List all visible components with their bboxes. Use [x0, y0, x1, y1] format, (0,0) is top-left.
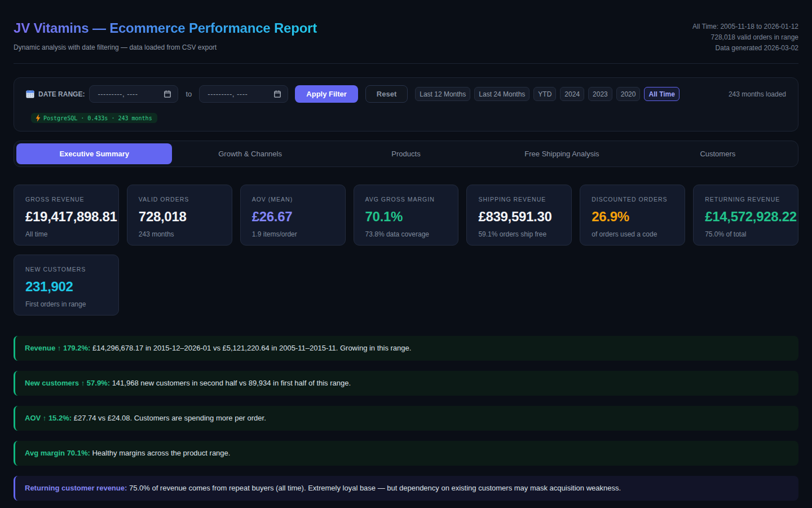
tab-growth-channels[interactable]: Growth & Channels: [172, 143, 328, 164]
page-subtitle: Dynamic analysis with date filtering — d…: [14, 43, 317, 51]
kpi-card-new-customers: NEW CUSTOMERS231,902First orders in rang…: [14, 255, 119, 316]
db-badge-text: PostgreSQL · 0.433s · 243 months: [43, 115, 152, 121]
header-left: JV Vitamins — Ecommerce Performance Repo…: [14, 20, 317, 51]
insight-text: £27.74 vs £24.08. Customers are spending…: [72, 414, 266, 422]
kpi-sublabel: of orders used a code: [592, 230, 673, 238]
lightning-bolt-icon: [36, 115, 41, 121]
filter-row: DATE RANGE: ---------, ---- to ---------…: [26, 85, 786, 103]
insight-row: New customers ↑ 57.9%: 141,968 new custo…: [14, 371, 798, 396]
tab-bar: Executive SummaryGrowth & ChannelsProduc…: [14, 141, 798, 167]
kpi-card-returning-revenue: RETURNING REVENUE£14,572,928.2275.0% of …: [693, 185, 798, 246]
quick-range-ytd[interactable]: YTD: [533, 87, 556, 101]
kpi-label: RETURNING REVENUE: [705, 196, 787, 203]
header-meta: All Time: 2005-11-18 to 2026-01-12 728,0…: [692, 20, 798, 54]
tab-executive-summary[interactable]: Executive Summary: [16, 143, 172, 164]
insight-text: £14,296,678.17 in 2015-12–2026-01 vs £5,…: [90, 344, 411, 352]
filter-panel: DATE RANGE: ---------, ---- to ---------…: [14, 77, 798, 132]
kpi-card-avg-gross-margin: AVG GROSS MARGIN70.1%73.8% data coverage: [354, 185, 459, 246]
tab-products[interactable]: Products: [328, 143, 484, 164]
tab-free-shipping-analysis[interactable]: Free Shipping Analysis: [484, 143, 639, 164]
kpi-label: GROSS REVENUE: [25, 196, 107, 203]
end-date-input[interactable]: ---------, ----: [199, 85, 288, 103]
calendar-picker-icon[interactable]: [274, 90, 281, 98]
kpi-value: 26.9%: [592, 210, 673, 224]
kpi-label: AOV (MEAN): [252, 196, 334, 203]
kpi-label: NEW CUSTOMERS: [25, 266, 107, 273]
quick-range-last-24-months[interactable]: Last 24 Months: [474, 87, 529, 101]
kpi-value: £19,417,898.81: [25, 210, 107, 224]
months-loaded-label: 243 months loaded: [729, 90, 786, 98]
kpi-card-shipping-revenue: SHIPPING REVENUE£839,591.3059.1% orders …: [466, 185, 572, 246]
kpi-sublabel: All time: [25, 230, 107, 238]
meta-orders: 728,018 valid orders in range: [692, 32, 798, 43]
kpi-sublabel: First orders in range: [25, 300, 107, 308]
calendar-picker-icon[interactable]: [164, 90, 171, 98]
calendar-emoji-icon: [26, 90, 34, 98]
insight-text: 141,968 new customers in second half vs …: [110, 379, 351, 387]
quick-range-all-time[interactable]: All Time: [644, 87, 679, 101]
kpi-grid: GROSS REVENUE£19,417,898.81All timeVALID…: [14, 185, 798, 316]
insight-row: Avg margin 70.1%: Healthy margins across…: [14, 441, 798, 466]
kpi-value: 231,902: [25, 280, 107, 294]
reset-button[interactable]: Reset: [365, 85, 408, 103]
kpi-card-discounted-orders: DISCOUNTED ORDERS26.9%of orders used a c…: [580, 185, 685, 246]
kpi-label: DISCOUNTED ORDERS: [592, 196, 673, 203]
kpi-label: SHIPPING REVENUE: [478, 196, 560, 203]
page-header: JV Vitamins — Ecommerce Performance Repo…: [14, 0, 798, 64]
quick-range-chips: Last 12 MonthsLast 24 MonthsYTD202420232…: [415, 87, 679, 101]
insight-label: Avg margin 70.1%:: [25, 449, 90, 457]
badge-row: PostgreSQL · 0.433s · 243 months: [26, 113, 786, 124]
apply-filter-button[interactable]: Apply Filter: [295, 85, 358, 103]
quick-range-2024[interactable]: 2024: [560, 87, 584, 101]
quick-range-2020[interactable]: 2020: [616, 87, 641, 101]
kpi-sublabel: 243 months: [139, 230, 220, 238]
kpi-card-gross-revenue: GROSS REVENUE£19,417,898.81All time: [14, 185, 119, 246]
insight-row: Returning customer revenue: 75.0% of rev…: [14, 476, 798, 501]
kpi-sublabel: 75.0% of total: [705, 230, 787, 238]
insight-row: AOV ↑ 15.2%: £27.74 vs £24.08. Customers…: [14, 406, 798, 431]
kpi-card-aov-mean-: AOV (MEAN)£26.671.9 items/order: [240, 185, 346, 246]
insight-label: New customers ↑ 57.9%:: [25, 379, 110, 387]
kpi-value: 70.1%: [365, 210, 447, 224]
date-range-label: DATE RANGE:: [38, 90, 85, 98]
kpi-sublabel: 73.8% data coverage: [365, 230, 447, 238]
start-date-input[interactable]: ---------, ----: [89, 85, 178, 103]
quick-range-2023[interactable]: 2023: [588, 87, 612, 101]
meta-range: All Time: 2005-11-18 to 2026-01-12: [692, 21, 798, 32]
kpi-sublabel: 59.1% orders ship free: [478, 230, 560, 238]
kpi-value: £26.67: [252, 210, 334, 224]
insight-label: AOV ↑ 15.2%:: [25, 414, 72, 422]
insight-label: Returning customer revenue:: [25, 484, 127, 492]
db-status-badge: PostgreSQL · 0.433s · 243 months: [31, 113, 157, 123]
insight-text: Healthy margins across the product range…: [90, 449, 231, 457]
insights: Revenue ↑ 179.2%: £14,296,678.17 in 2015…: [14, 336, 798, 501]
kpi-sublabel: 1.9 items/order: [252, 230, 334, 238]
kpi-value: £14,572,928.22: [705, 210, 787, 224]
meta-generated: Data generated 2026-03-02: [692, 43, 798, 54]
quick-range-last-12-months[interactable]: Last 12 Months: [415, 87, 470, 101]
to-label: to: [186, 90, 192, 98]
kpi-value: 728,018: [139, 210, 220, 224]
insight-row: Revenue ↑ 179.2%: £14,296,678.17 in 2015…: [14, 336, 798, 361]
kpi-value: £839,591.30: [478, 210, 560, 224]
page-title: JV Vitamins — Ecommerce Performance Repo…: [14, 20, 317, 37]
kpi-label: VALID ORDERS: [139, 196, 220, 203]
tab-customers[interactable]: Customers: [640, 143, 796, 164]
kpi-card-valid-orders: VALID ORDERS728,018243 months: [127, 185, 232, 246]
insight-text: 75.0% of revenue comes from repeat buyer…: [127, 484, 621, 492]
insight-label: Revenue ↑ 179.2%:: [25, 344, 90, 352]
kpi-label: AVG GROSS MARGIN: [365, 196, 447, 203]
